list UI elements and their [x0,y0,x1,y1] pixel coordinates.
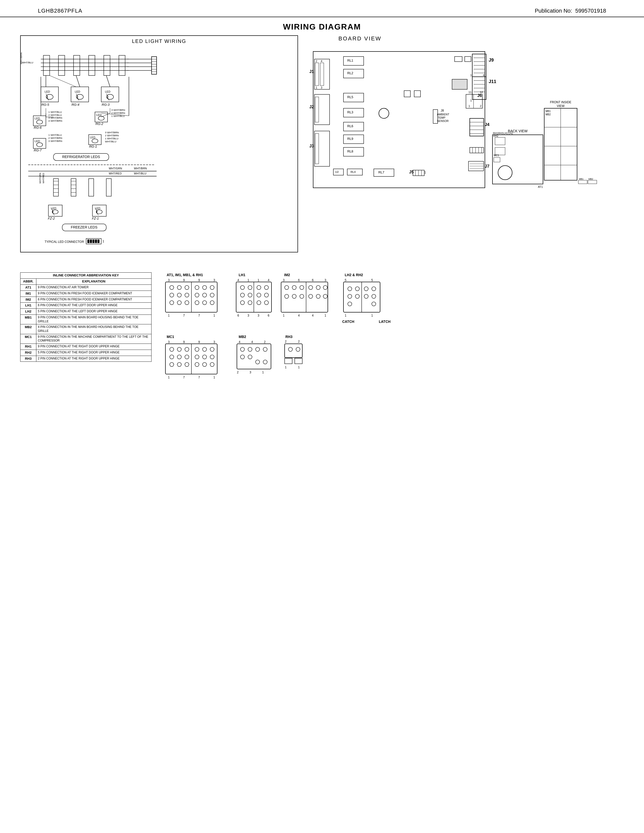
svg-point-319 [348,294,352,298]
svg-text:RL3: RL3 [347,110,353,114]
svg-point-344 [170,362,174,367]
svg-point-300 [292,294,296,298]
svg-text:AT1, IM1, MB1, & RH1: AT1, IM1, MB1, & RH1 [167,273,203,277]
svg-point-274 [248,286,252,289]
svg-text:LED: LED [75,90,80,93]
page-title: WIRING DIAGRAM [0,17,644,35]
svg-rect-1 [58,55,64,76]
svg-point-253 [195,286,199,289]
main-content: LED LIGHT WIRING [0,35,644,262]
svg-text:MC1: MC1 [167,335,174,339]
svg-text:FRONT INSIDE: FRONT INSIDE [550,100,571,104]
svg-text:LED: LED [35,140,40,143]
svg-point-302 [309,286,313,289]
svg-text:MB2: MB2 [546,113,551,116]
svg-text:7: 7 [183,376,185,379]
svg-text:U2: U2 [335,170,339,174]
svg-text:2 WHT/BRN: 2 WHT/BRN [111,112,125,114]
svg-text:2 WHT/BLU: 2 WHT/BLU [48,114,62,116]
svg-rect-142 [314,131,330,166]
svg-point-342 [177,355,181,359]
bottom-section: INLINE CONNECTOR ABBREVIATION KEYABBR.EX… [0,267,644,420]
svg-point-318 [355,287,359,291]
svg-text:LATCH: LATCH [379,320,390,323]
svg-point-372 [256,360,259,364]
svg-point-255 [210,286,214,289]
svg-point-298 [300,286,304,289]
svg-rect-79 [106,179,111,196]
svg-point-343 [185,355,189,359]
abbr-row: RH25 PIN CONNECTION AT THE RIGHT DOOR UP… [21,350,151,356]
svg-point-283 [257,301,261,305]
abbr-row: MB19 PIN CONNECTION IN THE MAIN BOARD HO… [21,315,151,324]
svg-text:WHT/GRN: WHT/GRN [39,173,42,183]
svg-point-346 [185,362,189,367]
svg-text:3: 3 [321,86,322,89]
abbr-explanation: 9 PIN CONNECTION AT AIR TOWER [36,285,151,291]
svg-rect-217 [494,158,500,162]
svg-point-256 [195,293,199,297]
svg-text:3 WHT/BRN: 3 WHT/BRN [48,140,63,142]
svg-text:1: 1 [283,314,285,317]
svg-text:1: 1 [316,86,317,89]
svg-text:9: 9 [198,340,200,344]
svg-point-355 [210,362,214,367]
svg-point-216 [498,166,512,180]
svg-text:J6: J6 [477,93,482,98]
svg-rect-132 [343,69,364,78]
svg-point-296 [285,286,289,289]
svg-point-284 [264,301,269,305]
svg-text:WHT/RED: WHT/RED [109,172,122,175]
svg-text:RH3: RH3 [285,335,293,339]
svg-text:1: 1 [168,376,170,379]
svg-text:1: 1 [262,371,264,374]
svg-point-244 [170,286,174,289]
svg-text:6: 6 [298,278,300,282]
abbr-code: MC1 [21,334,36,344]
svg-point-354 [203,362,206,367]
svg-rect-121 [313,51,485,188]
svg-text:1 WHT/BLU: 1 WHT/BLU [48,133,62,136]
svg-text:RL2: RL2 [347,71,353,75]
svg-rect-129 [320,63,324,85]
svg-text:3: 3 [168,278,170,282]
svg-point-254 [203,286,206,289]
svg-rect-3 [89,55,95,76]
abbr-table: INLINE CONNECTOR ABBREVIATION KEYABBR.EX… [20,272,151,362]
svg-text:1: 1 [213,314,215,317]
abbr-code: RH2 [21,350,36,356]
svg-text:4: 4 [239,340,240,344]
svg-text:1: 1 [424,170,426,174]
abbr-code: LH1 [21,303,36,309]
svg-point-260 [203,301,206,305]
abbr-explanation: 5 PIN CONNECTION AT THE LEFT DOOR UPPER … [36,309,151,315]
svg-text:J9: J9 [489,58,494,63]
svg-text:2 WHT/BRN: 2 WHT/BRN [105,134,119,137]
svg-point-339 [177,347,181,351]
svg-rect-130 [343,56,364,65]
svg-rect-147 [343,135,364,144]
svg-point-252 [185,301,189,305]
abbr-row: MC19 PIN CONNECTION IN THE MACHINE COMPA… [21,334,151,344]
connectors-svg: AT1, IM1, MB1, & RH1 3 9 9 3 [162,272,641,419]
svg-text:RG-7: RG-7 [34,148,42,152]
svg-point-303 [316,286,320,289]
svg-text:4: 4 [483,74,485,77]
svg-text:3: 3 [258,314,259,317]
svg-rect-134 [314,95,330,125]
svg-point-366 [240,347,245,351]
svg-text:AT1: AT1 [538,185,543,188]
abbr-row: AT19 PIN CONNECTION AT AIR TOWER [21,285,151,291]
svg-point-246 [185,286,189,289]
abbr-row: MB24 PIN CONNECTION IN THE MAIN BOARD HO… [21,324,151,334]
svg-point-63 [92,139,98,143]
abbr-explanation: 9 PIN CONNECTION AT THE RIGHT DOOR UPPER… [36,344,151,350]
wiring-diagram-svg: LED RG-5 LED RG-4 LED RG-3 WHT/BRN [21,45,298,262]
svg-point-304 [323,286,327,289]
svg-rect-144 [315,133,319,164]
svg-text:AMBIENT: AMBIENT [437,113,449,116]
svg-text:LED: LED [45,90,50,93]
svg-text:RL5: RL5 [347,95,353,99]
svg-point-56 [37,143,43,147]
svg-text:WHT/BLU: WHT/BLU [134,172,146,175]
